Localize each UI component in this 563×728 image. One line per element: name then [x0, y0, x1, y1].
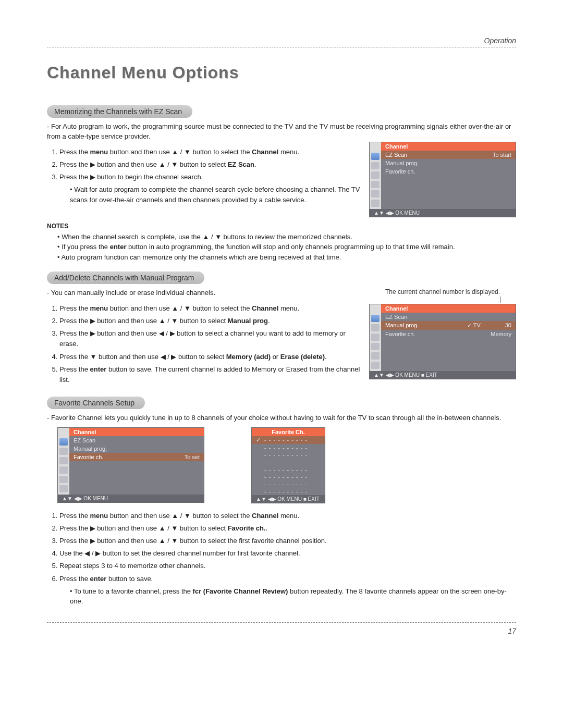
- list-item: Press the menu button and then use ▲ / ▼…: [59, 303, 361, 314]
- osd-sidebar: [58, 436, 69, 495]
- osd-list: EZ Scan Manual prog. ✓ TV 30 Favorite ch…: [381, 313, 516, 371]
- osd-item: Manual prog.: [69, 445, 204, 453]
- section-2-heading: Add/Delete Channels with Manual Program: [47, 272, 204, 284]
- list-item: Wait for auto program to complete the ch…: [70, 184, 361, 205]
- audio-icon: [59, 457, 68, 464]
- osd-item: Favorite ch. Memory: [381, 330, 516, 338]
- lock-icon: [59, 476, 68, 483]
- osd-list: EZ Scan Manual prog. Favorite ch. To set: [69, 436, 204, 495]
- section-1-intro: - For Auto program to work, the programm…: [47, 122, 516, 142]
- special-icon: [371, 362, 380, 369]
- callout-line: [500, 297, 500, 303]
- section-1-body: Press the menu button and then use ▲ / ▼…: [47, 142, 516, 217]
- section-2-body: - You can manually include or erase indi…: [47, 288, 516, 389]
- osd-menu: Channel EZ Scan: [369, 304, 516, 379]
- section-3-screenshots: Channel EZ Scan Manual prog.: [57, 427, 516, 503]
- page-title: Channel Menu Options: [47, 63, 516, 82]
- notes-label: NOTES: [47, 223, 516, 230]
- osd-footer: ▲▼ ◀▶ OK MENU: [370, 209, 516, 217]
- list-item: Press the menu button and then use ▲ / ▼…: [59, 147, 361, 157]
- list-item: When the channel search is complete, use…: [57, 232, 516, 242]
- osd-item: EZ Scan To start: [381, 151, 516, 159]
- section-3-heading: Favorite Channels Setup: [47, 397, 145, 409]
- favorite-row: - - - - - - - - - -: [252, 488, 325, 495]
- section-1-heading: Memorizing the Channels with EZ Scan: [47, 105, 192, 118]
- list-item: Repeat steps 3 to 4 to memorize other ch…: [59, 561, 516, 571]
- list-item: Press the enter button to save. The curr…: [59, 364, 361, 385]
- favorite-row: - - - - - - - - - -: [252, 451, 325, 459]
- osd-favorite-menu: Favorite Ch. ✓ - - - - - - - - - - - - -…: [251, 427, 325, 503]
- osd-title: Channel: [69, 428, 204, 436]
- list-item: Press the ▶ button and then use ▲ / ▼ bu…: [59, 316, 361, 326]
- favorite-row: - - - - - - - - - -: [252, 459, 325, 466]
- section-1-steps: Press the menu button and then use ▲ / ▼…: [47, 147, 361, 205]
- favorite-row: ✓ - - - - - - - - - -: [252, 436, 325, 444]
- osd-list: EZ Scan To start Manual prog. Favorite c…: [381, 151, 516, 209]
- osd-screenshot-1: Channel EZ Scan To start: [369, 142, 516, 217]
- list-item: Press the enter button to save. To tune …: [59, 574, 516, 607]
- channel-icon: [371, 162, 380, 169]
- list-item: Press the ▶ button and then use ◀ / ▶ bu…: [59, 328, 361, 349]
- section-label: Operation: [484, 36, 516, 45]
- osd-footer: ▲▼ ◀▶ OK MENU: [58, 495, 204, 502]
- list-item: If you press the enter button in auto pr…: [57, 242, 516, 252]
- osd-footer: ▲▼ ◀▶ OK MENU ■ EXIT: [370, 371, 516, 379]
- list-item: Press the menu button and then use ▲ / ▼…: [59, 511, 516, 521]
- list-item: Auto program function can memorize only …: [57, 252, 516, 263]
- section-2-intro: - You can manually include or erase indi…: [47, 288, 361, 298]
- osd-caption: The current channel number is displayed.: [369, 288, 516, 295]
- page: Operation Channel Menu Options Memorizin…: [0, 0, 563, 728]
- osd-title: Favorite Ch.: [252, 428, 325, 436]
- sub-list: To tune to a favorite channel, press the…: [59, 586, 516, 607]
- header-section: Operation: [47, 36, 516, 45]
- section-3-steps: Press the menu button and then use ▲ / ▼…: [47, 511, 516, 607]
- audio-icon: [371, 171, 380, 179]
- list-item: Use the ◀ / ▶ button to set the desired …: [59, 548, 516, 559]
- channel-icon: [371, 324, 380, 331]
- favorite-row: - - - - - - - - - -: [252, 466, 325, 473]
- special-icon: [371, 200, 380, 207]
- list-item: Press the ▼ button and then use ◀ / ▶ bu…: [59, 352, 361, 362]
- list-item: Press the ▶ button and then use ▲ / ▼ bu…: [59, 536, 516, 546]
- osd-title: Channel: [381, 142, 516, 151]
- favorite-list: ✓ - - - - - - - - - - - - - - - - - - - …: [252, 436, 325, 495]
- osd-sidebar: [370, 151, 381, 209]
- osd-item: Manual prog.: [381, 159, 516, 167]
- osd-menu: Channel EZ Scan To start: [369, 142, 516, 217]
- time-icon: [59, 466, 68, 474]
- footer-rule: [47, 622, 516, 623]
- video-icon: [371, 315, 380, 322]
- lock-icon: [371, 190, 380, 198]
- section-1-notes: When the channel search is complete, use…: [47, 232, 516, 263]
- special-icon: [59, 485, 68, 492]
- list-item: Press the ▶ button and then use ▲ / ▼ bu…: [59, 523, 516, 534]
- section-2-steps: Press the menu button and then use ▲ / ▼…: [47, 303, 361, 385]
- osd-screenshot-2: The current channel number is displayed.…: [369, 288, 516, 379]
- favorite-row: - - - - - - - - - -: [252, 444, 325, 451]
- lock-icon: [371, 352, 380, 360]
- osd-item: EZ Scan: [69, 436, 204, 445]
- list-item: Press the ▶ button to begin the channel …: [59, 172, 361, 205]
- channel-icon: [59, 448, 68, 455]
- list-item: To tune to a favorite channel, press the…: [70, 586, 516, 607]
- video-icon: [371, 153, 380, 160]
- osd-title: Channel: [381, 304, 516, 313]
- osd-item: Manual prog. ✓ TV 30: [381, 321, 516, 330]
- favorite-row: - - - - - - - - - -: [252, 480, 325, 488]
- video-icon: [59, 438, 68, 446]
- osd-sidebar: [370, 313, 381, 371]
- audio-icon: [371, 334, 380, 341]
- time-icon: [371, 343, 380, 350]
- header-rule: [47, 47, 516, 47]
- section-3-intro: - Favorite Channel lets you quickly tune…: [47, 413, 516, 423]
- favorite-row: - - - - - - - - - -: [252, 473, 325, 480]
- osd-item: EZ Scan: [381, 313, 516, 321]
- sub-list: Wait for auto program to complete the ch…: [59, 184, 361, 205]
- osd-item: Favorite ch. To set: [69, 453, 204, 461]
- osd-item: Favorite ch.: [381, 167, 516, 176]
- time-icon: [371, 181, 380, 188]
- page-number: 17: [47, 627, 516, 635]
- osd-menu: Channel EZ Scan Manual prog.: [57, 427, 204, 503]
- list-item: Press the ▶ button and then use ▲ / ▼ bu…: [59, 159, 361, 170]
- osd-footer: ▲▼ ◀▶ OK MENU ■ EXIT: [252, 495, 325, 503]
